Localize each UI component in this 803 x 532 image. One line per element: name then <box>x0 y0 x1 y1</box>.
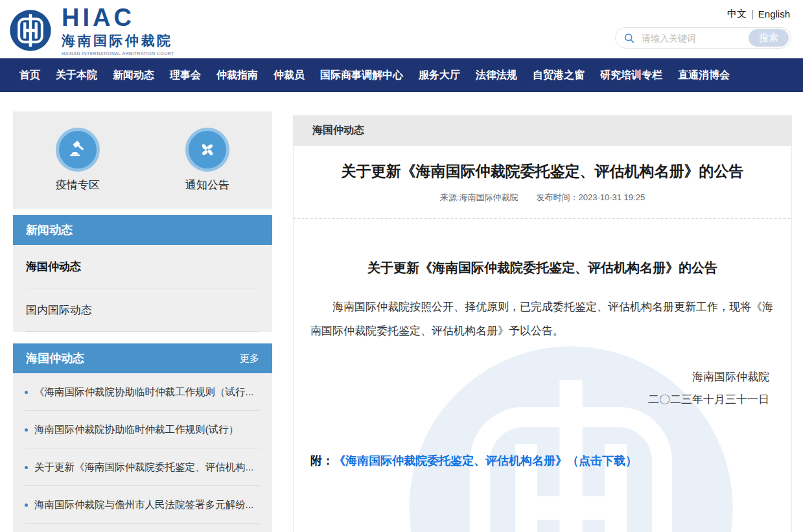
signature-organization: 海南国际仲裁院 <box>294 365 769 389</box>
more-link[interactable]: 更多 <box>240 353 259 365</box>
hiac-news-list: 《海南国际仲裁院协助临时仲裁工作规则（试行... 海南国际仲裁院协助临时仲裁工作… <box>13 373 272 532</box>
logo-name-en: HAINAN INTERNATIONAL ARBITRATION COURT <box>62 51 174 56</box>
site-logo[interactable]: HIAC 海南国际仲裁院 HAINAN INTERNATIONAL ARBITR… <box>9 5 174 56</box>
search-icon <box>623 32 635 44</box>
news-list-item[interactable]: 海南国际仲裁院与儋州市人民法院签署多元解纷... <box>13 486 272 524</box>
hiac-news-block: 海国仲动态 更多 《海南国际仲裁院协助临时仲裁工作规则（试行... 海南国际仲裁… <box>13 343 272 532</box>
nav-item-laws[interactable]: 法律法规 <box>476 69 517 82</box>
bullet-dot <box>25 391 28 394</box>
signature-date: 二〇二三年十月三十一日 <box>294 388 769 411</box>
main-content: 海国仲动态 关于更新《海南国际仲裁院委托鉴定、评估机构名册》的公告 来源:海南国… <box>293 115 792 532</box>
nav-item-service-hall[interactable]: 服务大厅 <box>419 69 460 82</box>
logo-acronym: HIAC <box>62 5 174 30</box>
lang-separator: | <box>751 8 754 19</box>
news-menu-list: 海国仲动态 国内国际动态 <box>13 245 272 332</box>
news-menu-header: 新闻动态 <box>13 215 272 245</box>
logo-name-cn: 海南国际仲裁院 <box>62 32 174 50</box>
quick-link-label: 通知公告 <box>185 178 229 192</box>
pinwheel-icon <box>197 139 218 160</box>
news-menu-title: 新闻动态 <box>26 222 73 238</box>
search-input[interactable] <box>640 32 749 44</box>
article-meta: 来源:海南国际仲裁院 发布时间：2023-10-31 19:25 <box>294 192 791 203</box>
nav-item-news[interactable]: 新闻动态 <box>113 69 154 82</box>
quick-link-circle <box>185 128 229 172</box>
nav-item-research-training[interactable]: 研究培训专栏 <box>600 69 662 82</box>
news-list-item[interactable]: 《海南国际仲裁院协助临时仲裁工作规则（试行... <box>13 373 272 411</box>
site-header: HIAC 海南国际仲裁院 HAINAN INTERNATIONAL ARBITR… <box>0 0 803 58</box>
article-header: 关于更新《海南国际仲裁院委托鉴定、评估机构名册》的公告 来源:海南国际仲裁院 发… <box>294 146 791 219</box>
article-content: 关于更新《海南国际仲裁院委托鉴定、评估机构名册》的公告 海南国际仲裁院按照公开、… <box>294 259 791 468</box>
attachment-prefix: 附： <box>310 454 334 467</box>
hiac-news-page: HIAC 海南国际仲裁院 HAINAN INTERNATIONAL ARBITR… <box>0 0 803 532</box>
news-menu-block: 新闻动态 海国仲动态 国内国际动态 <box>13 215 272 332</box>
hiac-logo-icon <box>9 9 52 52</box>
menu-item-hiac-news[interactable]: 海国仲动态 <box>13 245 272 288</box>
bullet-dot <box>25 466 28 469</box>
article-paragraph: 海南国际仲裁院按照公开、择优原则，已完成委托鉴定、评估机构名册更新工作，现将《海… <box>294 295 791 343</box>
nav-item-expo[interactable]: 直通消博会 <box>678 69 730 82</box>
search-box: 搜索 <box>615 27 791 49</box>
nav-item-home[interactable]: 首页 <box>19 69 40 82</box>
nav-item-arbitration-guide[interactable]: 仲裁指南 <box>216 69 258 82</box>
article-signature: 海南国际仲裁院 二〇二三年十月三十一日 <box>294 365 791 411</box>
language-switcher: 中文 | English <box>727 8 790 20</box>
nav-item-arbitrators[interactable]: 仲裁员 <box>273 69 305 82</box>
article-publish-time: 发布时间：2023-10-31 19:25 <box>536 192 645 203</box>
hiac-news-header: 海国仲动态 更多 <box>13 343 272 373</box>
nav-item-free-trade-port[interactable]: 自贸港之窗 <box>533 69 585 82</box>
article-source: 来源:海南国际仲裁院 <box>440 192 518 203</box>
article-inner-title: 关于更新《海南国际仲裁院委托鉴定、评估机构名册》的公告 <box>294 259 791 277</box>
sidebar-quick-links: 疫情专区 通知公告 <box>13 111 272 209</box>
quick-link-label: 疫情专区 <box>56 178 100 192</box>
quick-link-notices[interactable]: 通知公告 <box>185 128 229 192</box>
attachment-download-link[interactable]: 《海南国际仲裁院委托鉴定、评估机构名册》（点击下载） <box>334 454 637 467</box>
main-navigation: 首页 关于本院 新闻动态 理事会 仲裁指南 仲裁员 国际商事调解中心 服务大厅 … <box>0 58 803 92</box>
news-list-item[interactable]: 海南国际仲裁院协助临时仲裁工作规则(试行） <box>13 411 272 448</box>
lang-english-link[interactable]: English <box>758 8 790 19</box>
logo-text: HIAC 海南国际仲裁院 HAINAN INTERNATIONAL ARBITR… <box>62 5 174 56</box>
news-list-item[interactable]: 关于更新《海南国际仲裁院委托鉴定、评估机构... <box>13 448 272 486</box>
lang-chinese-link[interactable]: 中文 <box>727 8 747 20</box>
attachment-row: 附：《海南国际仲裁院委托鉴定、评估机构名册》（点击下载） <box>294 453 791 468</box>
nav-item-council[interactable]: 理事会 <box>170 69 201 82</box>
bullet-dot <box>25 503 28 507</box>
menu-item-domestic-international[interactable]: 国内国际动态 <box>13 288 272 332</box>
hiac-news-title: 海国仲动态 <box>26 351 84 366</box>
quick-link-epidemic[interactable]: 疫情专区 <box>56 128 100 192</box>
article-body: 关于更新《海南国际仲裁院委托鉴定、评估机构名册》的公告 海南国际仲裁院按照公开、… <box>294 219 791 468</box>
nav-item-mediation-center[interactable]: 国际商事调解中心 <box>320 69 403 82</box>
article-container: 关于更新《海南国际仲裁院委托鉴定、评估机构名册》的公告 来源:海南国际仲裁院 发… <box>293 146 792 532</box>
search-button[interactable]: 搜索 <box>749 29 789 47</box>
quick-link-circle <box>56 128 100 172</box>
nav-item-about[interactable]: 关于本院 <box>56 69 97 82</box>
bullet-dot <box>25 428 28 432</box>
breadcrumb: 海国仲动态 <box>293 115 792 146</box>
gavel-icon <box>67 139 88 160</box>
article-title: 关于更新《海南国际仲裁院委托鉴定、评估机构名册》的公告 <box>294 161 791 181</box>
